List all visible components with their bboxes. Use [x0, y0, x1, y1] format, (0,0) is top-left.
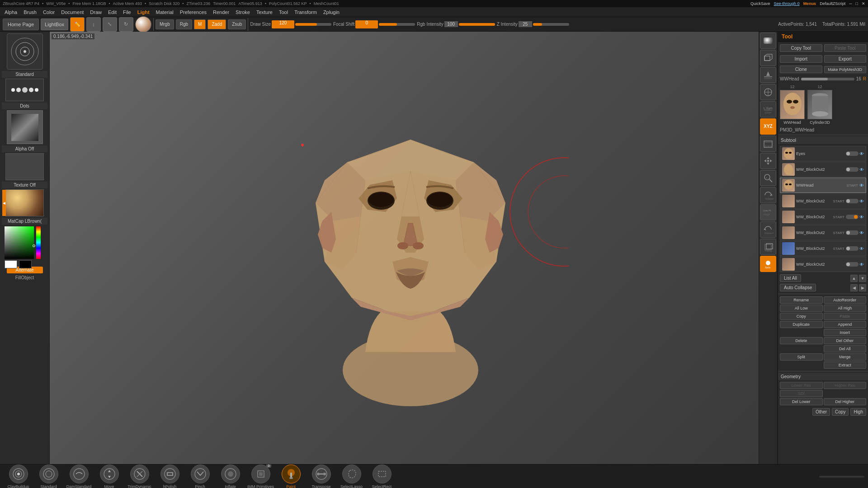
subtool-block6-toggle[interactable] [846, 262, 859, 267]
transp-btn[interactable]: Transp [760, 239, 776, 255]
xyz-btn[interactable]: XYZ [760, 118, 776, 135]
nav-transform[interactable]: Transform [292, 9, 320, 16]
move-mode-btn[interactable]: ↕ [86, 17, 101, 32]
rotatef-btn[interactable]: RotateF [760, 187, 776, 203]
subtool-block3-toggle[interactable] [846, 215, 859, 219]
subtool-block5[interactable]: WW_BlockOut2 START 👁 [780, 241, 866, 256]
brush-selectlasso[interactable]: SelectLasso [337, 465, 366, 488]
solo-btn[interactable]: Solo [760, 256, 776, 272]
all-high-btn[interactable]: All High [824, 305, 867, 312]
delete-btn[interactable]: Delete [780, 337, 823, 344]
make-polymesh-btn[interactable]: Make PolyMesh3D [824, 66, 867, 73]
matcap-preview[interactable]: ◀ [5, 189, 44, 216]
subtool-block2-visibility[interactable]: 👁 [859, 199, 864, 204]
rgb-intensity-value[interactable]: 100 [444, 21, 458, 27]
subtool-block1[interactable]: WW_BlockOut2 👁 [780, 162, 866, 177]
merge-btn[interactable]: Merge [824, 353, 867, 361]
linepoly-btn[interactable]: Line Pt PolyF [760, 204, 776, 221]
draw-mode-btn[interactable]: ✏️ [70, 17, 85, 32]
rgb-intensity-slider[interactable] [459, 23, 495, 26]
default-zscript-btn[interactable]: DefaultZScript [820, 1, 845, 6]
auto-reorder-btn[interactable]: AutoReorder [824, 296, 867, 304]
texture-label[interactable]: Texture Off [2, 182, 47, 188]
split-btn[interactable]: Split [780, 353, 823, 361]
lsym-btn[interactable]: L.Sym LDyn [760, 101, 776, 117]
mrgb-btn[interactable]: Mrgb [156, 19, 174, 29]
material-preview-sphere[interactable] [135, 16, 151, 33]
nav-brush[interactable]: Brush [21, 9, 39, 16]
subtool-block4[interactable]: WW_BlockOut2 START 👁 [780, 225, 866, 240]
floor-btn[interactable] [760, 67, 776, 83]
nav-alpha[interactable]: Alpha [2, 9, 20, 16]
rotate-mode-btn[interactable]: ↻ [119, 17, 133, 32]
background-color[interactable] [19, 260, 32, 268]
import-btn[interactable]: Import [780, 55, 822, 63]
subtool-block6[interactable]: WW_BlockOut2 👁 [780, 257, 866, 272]
subtool-block2[interactable]: WW_BlockOut2 START 👁 [780, 193, 866, 209]
subtool-block1-toggle[interactable] [846, 167, 859, 172]
paste-tool-btn[interactable]: Paste Tool [824, 44, 867, 52]
color-picker[interactable] [5, 226, 45, 265]
del-lower-btn[interactable]: Del Lower [780, 398, 823, 405]
collapse-left[interactable]: ◀ [850, 284, 858, 291]
focal-shift-slider[interactable] [379, 23, 415, 26]
paste-subtools-btn[interactable]: Paste [824, 313, 867, 320]
brush-claybuildup[interactable]: ClayBuildup [4, 465, 33, 488]
duplicate-btn[interactable]: Duplicate [780, 321, 823, 328]
nav-material[interactable]: Material [153, 9, 176, 16]
geometry-section-header[interactable]: Geometry [778, 373, 868, 381]
close-btn[interactable]: ✕ [862, 1, 865, 6]
matcap-label[interactable]: MatCap LBrown( [2, 218, 47, 225]
list-all-up[interactable]: ▲ [850, 275, 858, 282]
nav-texture[interactable]: Texture [254, 9, 275, 16]
del-all-btn[interactable]: Del All [824, 345, 867, 352]
subtool-wwhead[interactable]: WWHead START 👁 [780, 178, 866, 193]
focal-shift-value[interactable]: 0 [355, 20, 378, 28]
all-low-btn[interactable]: All Low [780, 305, 823, 312]
subtool-block4-toggle[interactable] [846, 230, 859, 235]
sdl-btn[interactable]: SDl [780, 390, 823, 397]
foreground-color[interactable] [5, 260, 17, 268]
copy-subtools-btn[interactable]: Copy [780, 313, 823, 320]
draw-size-value[interactable]: 120 [272, 20, 294, 28]
rgb-btn[interactable]: Rgb [176, 19, 192, 29]
ww-head-model-thumb[interactable] [780, 90, 805, 119]
alpha-label[interactable]: Alpha Off [2, 145, 47, 152]
see-through-btn[interactable]: See-through 0 [774, 1, 800, 6]
quick-save-btn[interactable]: QuickSave [750, 1, 770, 6]
subtool-block3[interactable]: WW_BlockOut2 START 👁 [780, 209, 866, 225]
copy-bottom-btn[interactable]: Copy [832, 408, 849, 416]
list-all-btn[interactable]: List All [780, 274, 801, 282]
rename-btn[interactable]: Rename [780, 296, 823, 304]
del-higher-btn[interactable]: Del Higher [824, 398, 867, 405]
nav-draw[interactable]: Draw [87, 9, 104, 16]
ww-head-slider[interactable] [801, 78, 854, 80]
subtool-block5-visibility[interactable]: 👁 [859, 246, 864, 251]
draw-size-slider[interactable] [295, 23, 331, 26]
dots-label[interactable]: Dots [2, 103, 47, 109]
brush-standard[interactable]: Standard [34, 465, 63, 488]
subtool-block1-visibility[interactable]: 👁 [859, 167, 864, 172]
brush-paint[interactable]: Paint [276, 465, 306, 488]
brush-damstandard[interactable]: DamStandard [64, 465, 94, 488]
persp-btn[interactable] [760, 50, 776, 66]
subtool-eyes-visibility[interactable]: 👁 [859, 151, 864, 156]
subtool-block5-toggle[interactable] [846, 246, 859, 251]
brush-preview[interactable] [7, 33, 43, 70]
rotatep-btn[interactable]: Rotate P [760, 221, 776, 238]
zsub-btn[interactable]: Zsub [228, 19, 246, 29]
brush-inflate[interactable]: Inflate [216, 465, 245, 488]
subtool-block2-toggle[interactable] [846, 199, 859, 203]
append-btn[interactable]: Append [824, 321, 867, 328]
scale-mode-btn[interactable]: ⤡ [103, 17, 117, 32]
brush-transpose[interactable]: Transpose [307, 465, 336, 488]
nav-stroke[interactable]: Stroke [233, 9, 253, 16]
nav-document[interactable]: Document [58, 9, 86, 16]
export-btn[interactable]: Export [824, 55, 867, 63]
maximize-btn[interactable]: □ [856, 1, 858, 6]
z-intensity-slider[interactable] [533, 23, 569, 26]
lower-res-btn[interactable]: Lower Res [780, 382, 823, 389]
viewport[interactable]: 0.186,-6.949,-0.341 [50, 32, 759, 464]
insert-btn[interactable]: Insert [824, 329, 867, 336]
ww-head-r-btn[interactable]: R [863, 76, 866, 81]
